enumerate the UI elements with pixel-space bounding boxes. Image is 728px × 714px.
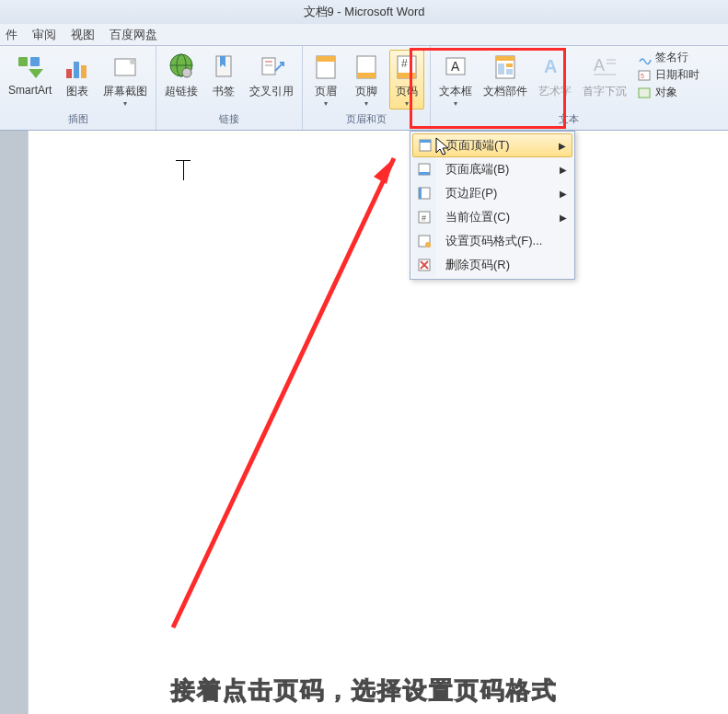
group-label: 插图 xyxy=(68,112,88,128)
object-label: 对象 xyxy=(655,85,677,100)
smartart-icon xyxy=(16,52,45,82)
hyperlink-button[interactable]: 超链接 xyxy=(162,50,201,102)
hyperlink-label: 超链接 xyxy=(165,84,198,99)
bookmark-button[interactable]: 书签 xyxy=(206,50,241,102)
signature-label: 签名行 xyxy=(655,50,688,65)
header-icon xyxy=(311,52,341,82)
textbox-button[interactable]: A 文本框 ▾ xyxy=(436,50,475,109)
dropdown-arrow-icon: ▾ xyxy=(364,101,368,107)
group-label: 链接 xyxy=(219,112,239,128)
bookmark-label: 书签 xyxy=(213,84,235,99)
svg-rect-36 xyxy=(639,88,650,98)
text-cursor xyxy=(183,160,184,180)
svg-text:5: 5 xyxy=(641,73,644,79)
footer-icon xyxy=(352,52,381,82)
ribbon-group-links: 超链接 书签 交叉引用 链接 xyxy=(156,46,303,130)
chart-icon xyxy=(63,52,92,82)
menu-item-format-page-numbers[interactable]: 设置页码格式(F)... xyxy=(412,229,572,253)
page-bottom-icon xyxy=(417,162,432,177)
bookmark-icon xyxy=(209,52,238,82)
menu-item-remove-page-numbers[interactable]: 删除页码(R) xyxy=(412,253,572,277)
svg-rect-25 xyxy=(496,56,514,61)
quickparts-button[interactable]: 文档部件 xyxy=(480,50,530,102)
quickparts-icon xyxy=(491,52,520,82)
dropdown-arrow-icon: ▾ xyxy=(405,101,409,107)
document-gutter xyxy=(0,131,28,714)
wordart-label: 艺术字 xyxy=(538,84,572,99)
svg-rect-26 xyxy=(498,63,504,75)
menu-label: 页边距(P) xyxy=(436,185,560,202)
svg-point-6 xyxy=(130,59,135,64)
screenshot-button[interactable]: 屏幕截图 ▾ xyxy=(100,50,150,109)
page-top-icon xyxy=(418,138,433,153)
dropdown-arrow-icon: ▾ xyxy=(123,101,127,107)
svg-rect-4 xyxy=(81,65,87,78)
current-position-icon: # xyxy=(417,210,432,225)
pagenumber-dropdown: 页面顶端(T) ▶ 页面底端(B) ▶ 页边距(P) ▶ # 当前位置(C) ▶… xyxy=(410,131,575,280)
pagenumber-icon: # xyxy=(392,52,422,82)
footer-button[interactable]: 页脚 ▾ xyxy=(349,50,384,109)
svg-rect-16 xyxy=(317,56,335,62)
title-bar: 文档9 - Microsoft Word xyxy=(0,0,728,24)
pagenumber-button[interactable]: # 页码 ▾ xyxy=(389,50,424,109)
dropdown-arrow-icon: ▾ xyxy=(454,101,457,107)
datetime-button[interactable]: 5 日期和时 xyxy=(635,67,701,83)
page-margins-icon xyxy=(417,186,432,201)
submenu-arrow-icon: ▶ xyxy=(560,189,567,199)
screenshot-label: 屏幕截图 xyxy=(103,84,147,99)
screenshot-icon xyxy=(110,52,140,82)
menu-item[interactable]: 审阅 xyxy=(32,27,56,43)
ribbon-group-headerfooter: 页眉 ▾ 页脚 ▾ # 页码 ▾ 页眉和页 xyxy=(303,46,431,130)
menu-item-current-position[interactable]: # 当前位置(C) ▶ xyxy=(412,205,572,229)
footer-label: 页脚 xyxy=(355,84,377,99)
signature-button[interactable]: 签名行 xyxy=(635,50,701,65)
dropcap-label: 首字下沉 xyxy=(583,84,627,99)
header-button[interactable]: 页眉 ▾ xyxy=(308,50,343,109)
svg-rect-28 xyxy=(506,69,513,75)
document-page[interactable] xyxy=(28,131,728,714)
ribbon-group-text: A 文本框 ▾ 文档部件 A 艺术字 A 首字下沉 签名行 xyxy=(431,46,707,130)
svg-text:A: A xyxy=(594,56,605,75)
remove-icon xyxy=(417,258,432,272)
smartart-button[interactable]: SmartArt xyxy=(6,50,54,99)
textbox-label: 文本框 xyxy=(439,84,472,99)
menu-item[interactable]: 视图 xyxy=(71,27,95,43)
svg-rect-3 xyxy=(74,62,79,78)
dropcap-button[interactable]: A 首字下沉 xyxy=(580,50,630,102)
svg-rect-1 xyxy=(30,57,40,66)
signature-icon xyxy=(637,51,652,65)
menu-item-page-bottom[interactable]: 页面底端(B) ▶ xyxy=(412,157,572,181)
wordart-icon: A xyxy=(540,52,570,82)
document-area[interactable] xyxy=(0,131,728,714)
menu-label: 页面顶端(T) xyxy=(437,137,559,154)
svg-text:A: A xyxy=(451,59,460,74)
tutorial-caption: 接着点击页码，选择设置页码格式 xyxy=(0,674,728,707)
submenu-arrow-icon: ▶ xyxy=(560,213,567,223)
svg-rect-42 xyxy=(419,188,422,199)
svg-rect-0 xyxy=(18,57,28,66)
submenu-arrow-icon: ▶ xyxy=(560,165,567,175)
svg-point-10 xyxy=(182,68,191,77)
wordart-button[interactable]: A 艺术字 xyxy=(536,50,574,102)
svg-rect-12 xyxy=(262,58,275,75)
menu-item-page-margins[interactable]: 页边距(P) ▶ xyxy=(412,181,572,205)
svg-rect-18 xyxy=(357,73,376,78)
dropcap-icon: A xyxy=(590,52,619,82)
crossref-label: 交叉引用 xyxy=(249,84,294,99)
svg-text:#: # xyxy=(422,213,426,223)
svg-point-46 xyxy=(425,242,431,248)
menu-item-page-top[interactable]: 页面顶端(T) ▶ xyxy=(412,133,572,157)
header-label: 页眉 xyxy=(315,84,337,99)
svg-rect-40 xyxy=(419,172,430,175)
svg-rect-38 xyxy=(420,140,431,143)
chart-button[interactable]: 图表 xyxy=(60,50,95,102)
group-label: 文本 xyxy=(559,112,579,128)
menu-item[interactable]: 百度网盘 xyxy=(110,27,157,43)
menu-item[interactable]: 件 xyxy=(6,27,17,43)
object-button[interactable]: 对象 xyxy=(635,85,701,100)
svg-rect-21 xyxy=(398,73,416,78)
crossref-icon xyxy=(257,52,286,82)
menu-label: 设置页码格式(F)... xyxy=(436,233,567,249)
crossref-button[interactable]: 交叉引用 xyxy=(247,50,296,102)
menu-label: 当前位置(C) xyxy=(436,209,560,225)
